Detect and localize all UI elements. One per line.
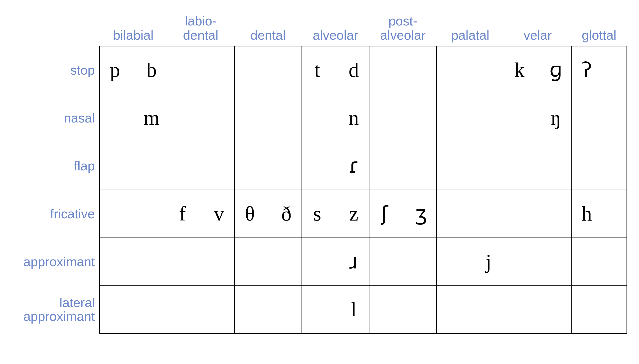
cell-flap-velar [504,142,571,190]
col-header-alveolar: alveolar [302,0,369,46]
cell-fricative-palatal [437,190,504,238]
cell-fricative-postalveolar: ʃʒ [369,190,437,238]
cell-approximant-alveolar: ɹ [302,238,369,286]
row-header-fricative: fricative [13,190,100,238]
col-header-labiodental: labio- dental [167,0,234,46]
voiced: ð [278,204,295,224]
voiced: z [345,204,362,224]
voiced: b [143,60,160,80]
cell-stop-bilabial: pb [100,46,167,94]
cell-fricative-dental: θð [234,190,302,238]
voiced: j [480,252,497,272]
voiceless: t [309,60,325,80]
cell-nasal-glottal [571,94,627,142]
cell-stop-velar: kɡ [504,46,571,94]
col-header-postalveolar: post- alveolar [369,0,437,46]
voiceless: p [107,60,123,80]
cell-fricative-bilabial [100,190,167,238]
voiced: m [143,108,160,128]
cell-stop-dental [234,46,302,94]
cell-flap-labiodental [167,142,234,190]
cell-fricative-alveolar: sz [302,190,369,238]
consonant-chart: bilabial labio- dental dental alveolar p… [13,0,627,334]
cell-flap-alveolar: ɾ [302,142,369,190]
voiced: ɡ [548,60,564,80]
voiced: ɾ [345,156,362,176]
consonant-table: bilabial labio- dental dental alveolar p… [13,0,627,334]
row-header-approximant: approximant [13,238,100,286]
cell-lateral-approximant-bilabial [100,286,167,334]
cell-approximant-velar [504,238,571,286]
row-header-nasal: nasal [13,94,100,142]
cell-approximant-glottal [571,238,627,286]
cell-lateral-approximant-glottal [571,286,627,334]
row-header-stop: stop [13,46,100,94]
voiceless: ʃ [376,204,393,224]
cell-nasal-labiodental [167,94,234,142]
cell-stop-palatal [437,46,504,94]
cell-flap-bilabial [100,142,167,190]
cell-fricative-labiodental: fv [167,190,234,238]
cell-lateral-approximant-postalveolar [369,286,437,334]
cell-approximant-palatal: j [437,238,504,286]
table-corner [13,0,100,46]
cell-nasal-palatal [437,94,504,142]
voiceless: ʔ [578,60,595,80]
voiced: n [345,108,362,128]
cell-nasal-alveolar: n [302,94,369,142]
cell-stop-glottal: ʔ [571,46,627,94]
voiced: v [211,204,227,224]
voiceless: s [309,204,325,224]
voiceless: k [511,60,528,80]
cell-lateral-approximant-velar [504,286,571,334]
voiced: ɹ [345,252,362,272]
cell-lateral-approximant-alveolar: l [302,286,369,334]
cell-fricative-glottal: h [571,190,627,238]
cell-nasal-velar: ŋ [504,94,571,142]
voiceless: h [578,204,595,224]
voiced: d [345,60,362,80]
cell-approximant-labiodental [167,238,234,286]
cell-lateral-approximant-labiodental [167,286,234,334]
cell-stop-alveolar: td [302,46,369,94]
cell-nasal-bilabial: m [100,94,167,142]
cell-nasal-postalveolar [369,94,437,142]
cell-flap-glottal [571,142,627,190]
cell-flap-postalveolar [369,142,437,190]
cell-lateral-approximant-dental [234,286,302,334]
cell-stop-postalveolar [369,46,437,94]
cell-stop-labiodental [167,46,234,94]
voiceless: θ [242,204,258,224]
cell-flap-palatal [437,142,504,190]
voiced: ŋ [548,108,564,128]
col-header-palatal: palatal [437,0,504,46]
voiced: l [345,300,362,320]
cell-approximant-dental [234,238,302,286]
col-header-velar: velar [504,0,571,46]
cell-approximant-postalveolar [369,238,437,286]
cell-nasal-dental [234,94,302,142]
cell-flap-dental [234,142,302,190]
col-header-bilabial: bilabial [100,0,167,46]
cell-lateral-approximant-palatal [437,286,504,334]
voiced: ʒ [413,204,429,224]
cell-fricative-velar [504,190,571,238]
cell-approximant-bilabial [100,238,167,286]
col-header-glottal: glottal [571,0,627,46]
row-header-lateral-approximant: lateral approximant [13,286,100,334]
voiceless: f [174,204,191,224]
row-header-flap: flap [13,142,100,190]
col-header-dental: dental [234,0,302,46]
